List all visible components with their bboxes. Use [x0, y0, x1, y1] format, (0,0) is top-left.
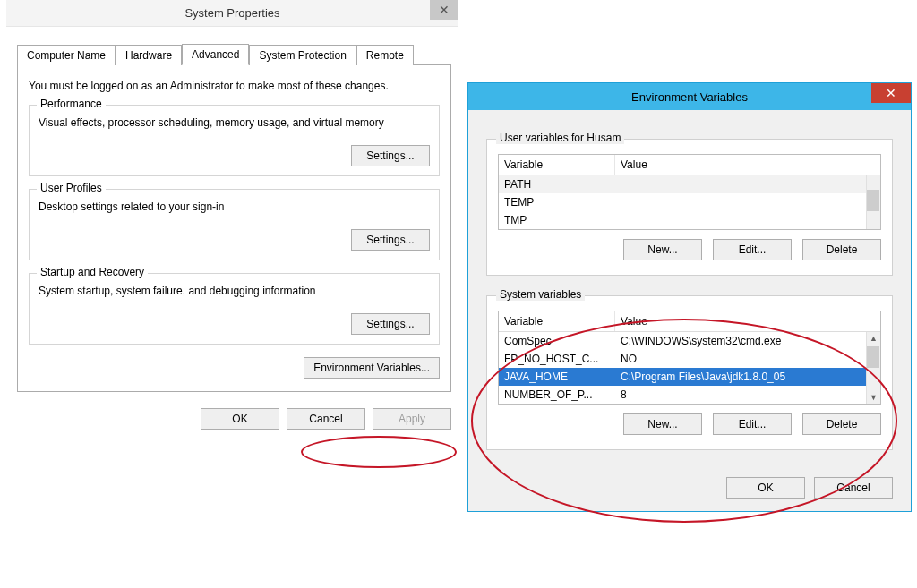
new-button[interactable]: New...: [623, 239, 702, 260]
delete-button[interactable]: Delete: [802, 239, 881, 260]
tab-remote[interactable]: Remote: [356, 45, 414, 65]
column-value[interactable]: Value: [615, 311, 880, 331]
var-value: [615, 177, 866, 192]
user-profiles-title: User Profiles: [37, 182, 106, 194]
user-variables-buttons: New... Edit... Delete: [498, 239, 881, 260]
user-variables-title: User variables for Husam: [496, 132, 624, 144]
performance-group: Performance Visual effects, processor sc…: [29, 105, 440, 176]
annotation-oval: [301, 436, 457, 468]
var-value: [615, 213, 866, 227]
user-variables-group: User variables for Husam Variable Value …: [486, 139, 893, 276]
chevron-up-icon[interactable]: ▲: [870, 332, 878, 345]
close-icon[interactable]: ✕: [430, 0, 458, 20]
var-name: TMP: [499, 213, 615, 227]
environment-variables-ok-row: OK Cancel: [468, 466, 911, 511]
scrollbar-thumb[interactable]: [867, 346, 879, 368]
startup-recovery-settings-button[interactable]: Settings...: [351, 313, 430, 335]
user-profiles-group: User Profiles Desktop settings related t…: [29, 189, 440, 260]
performance-settings-button[interactable]: Settings...: [351, 145, 430, 166]
startup-recovery-group: Startup and Recovery System startup, sys…: [29, 273, 440, 345]
performance-desc: Visual effects, processor scheduling, me…: [39, 116, 430, 129]
chevron-down-icon[interactable]: ▼: [870, 391, 878, 404]
var-name: PATH: [499, 177, 615, 192]
startup-recovery-title: Startup and Recovery: [37, 266, 148, 278]
edit-button[interactable]: Edit...: [713, 239, 792, 260]
system-variables-group: System variables Variable Value ComSpec …: [486, 295, 893, 450]
environment-variables-body: User variables for Husam Variable Value …: [468, 110, 911, 466]
system-properties-buttons: OK Cancel Apply: [17, 408, 451, 430]
var-value: [615, 195, 866, 209]
user-profiles-desc: Desktop settings related to your sign-in: [39, 200, 430, 213]
advanced-tab-panel: You must be logged on as an Administrato…: [17, 65, 451, 392]
tab-strip: Computer Name Hardware Advanced System P…: [17, 43, 451, 65]
user-profiles-settings-button[interactable]: Settings...: [351, 229, 430, 251]
column-value[interactable]: Value: [615, 155, 880, 175]
system-properties-dialog: System Properties ✕ Computer Name Hardwa…: [6, 0, 458, 430]
var-value: NO: [615, 352, 866, 366]
edit-button[interactable]: Edit...: [713, 413, 792, 435]
table-row[interactable]: FP_NO_HOST_C... NO: [499, 350, 866, 368]
system-variables-header: Variable Value: [499, 311, 880, 332]
cancel-button[interactable]: Cancel: [287, 408, 365, 430]
delete-button[interactable]: Delete: [802, 413, 881, 435]
scrollbar[interactable]: [866, 175, 880, 229]
apply-button[interactable]: Apply: [373, 408, 451, 430]
cancel-button[interactable]: Cancel: [814, 477, 893, 499]
tab-hardware[interactable]: Hardware: [116, 45, 182, 65]
system-properties-titlebar[interactable]: System Properties ✕: [6, 0, 458, 27]
startup-recovery-desc: System startup, system failure, and debu…: [39, 285, 430, 297]
var-name: JAVA_HOME: [499, 370, 615, 384]
performance-title: Performance: [37, 98, 106, 110]
environment-variables-button[interactable]: Environment Variables...: [304, 357, 440, 379]
close-icon[interactable]: ✕: [871, 83, 911, 103]
environment-variables-dialog: Environment Variables ✕ User variables f…: [467, 82, 912, 512]
admin-note: You must be logged on as an Administrato…: [29, 80, 440, 92]
var-value: 8: [615, 388, 866, 402]
table-row[interactable]: TEMP: [499, 193, 866, 211]
var-name: NUMBER_OF_P...: [499, 388, 615, 402]
tab-system-protection[interactable]: System Protection: [249, 45, 356, 65]
var-name: ComSpec: [499, 334, 615, 348]
table-row[interactable]: TMP: [499, 211, 866, 229]
environment-variables-titlebar[interactable]: Environment Variables ✕: [468, 83, 911, 110]
tab-computer-name[interactable]: Computer Name: [17, 45, 116, 65]
environment-variables-title: Environment Variables: [631, 90, 748, 104]
var-name: FP_NO_HOST_C...: [499, 352, 615, 366]
table-row[interactable]: ComSpec C:\WINDOWS\system32\cmd.exe: [499, 332, 866, 350]
system-variables-title: System variables: [496, 288, 585, 301]
ok-button[interactable]: OK: [201, 408, 279, 430]
table-row[interactable]: PATH: [499, 175, 866, 193]
scrollbar[interactable]: ▲ ▼: [866, 332, 880, 404]
user-variables-table[interactable]: Variable Value PATH TEMP TMP: [498, 154, 881, 230]
ok-button[interactable]: OK: [726, 477, 805, 499]
column-variable[interactable]: Variable: [499, 155, 615, 175]
scrollbar-thumb[interactable]: [867, 190, 879, 211]
user-variables-header: Variable Value: [499, 155, 880, 175]
tab-advanced[interactable]: Advanced: [182, 44, 249, 65]
system-variables-buttons: New... Edit... Delete: [498, 413, 881, 435]
table-row[interactable]: JAVA_HOME C:\Program Files\Java\jdk1.8.0…: [499, 368, 866, 386]
var-value: C:\WINDOWS\system32\cmd.exe: [615, 334, 866, 348]
var-value: C:\Program Files\Java\jdk1.8.0_05: [615, 370, 866, 384]
system-properties-title: System Properties: [184, 6, 279, 20]
column-variable[interactable]: Variable: [499, 311, 615, 331]
var-name: TEMP: [499, 195, 615, 209]
system-variables-table[interactable]: Variable Value ComSpec C:\WINDOWS\system…: [498, 311, 881, 405]
table-row[interactable]: NUMBER_OF_P... 8: [499, 386, 866, 404]
new-button[interactable]: New...: [623, 413, 702, 435]
